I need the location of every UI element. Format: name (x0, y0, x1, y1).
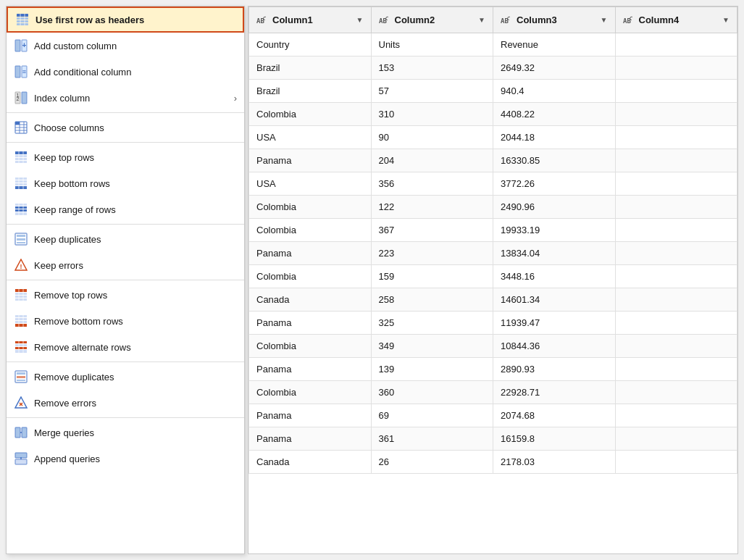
table-cell-r18-c1: 26 (371, 451, 493, 474)
table-cell-r5-c3 (615, 149, 737, 172)
table-cell-r4-c1: 90 (371, 126, 493, 149)
remove-err-icon (14, 396, 28, 410)
table-cell-r15-c1: 360 (371, 381, 493, 404)
table-cell-r17-c2: 16159.8 (493, 427, 616, 451)
table-cell-r5-c0: Panama (249, 149, 372, 172)
menu-item-label-keep-errors: Keep errors (34, 260, 237, 271)
table-cell-r7-c2: 2490.96 (493, 196, 616, 219)
table-cell-r7-c0: Colombia (249, 196, 372, 219)
custom-col-icon: + (14, 38, 28, 53)
table-cell-r10-c3 (615, 265, 737, 288)
menu-item-keep-bottom-rows[interactable]: Keep bottom rows (7, 170, 244, 196)
menu-item-remove-bottom-rows[interactable]: Remove bottom rows (7, 308, 244, 334)
table-cell-r3-c3 (615, 103, 737, 126)
column-type-icon: ABC (256, 15, 268, 25)
menu-item-add-custom-column[interactable]: +Add custom column (7, 33, 244, 59)
table-cell-r18-c2: 2178.03 (493, 451, 616, 474)
menu-item-index-column[interactable]: 12Index column› (7, 85, 244, 111)
menu-separator (7, 417, 244, 418)
table-cell-r3-c1: 310 (371, 103, 493, 126)
svg-rect-50 (15, 298, 27, 301)
column-dropdown-arrow-icon[interactable]: ▼ (356, 16, 364, 24)
svg-rect-32 (15, 186, 27, 189)
table-cell-r16-c3 (615, 404, 737, 427)
menu-item-remove-errors[interactable]: Remove errors (7, 390, 244, 416)
column-header-col2[interactable]: ABCColumn2▼ (371, 7, 493, 33)
table-cell-r17-c0: Panama (249, 427, 372, 451)
column-header-label-col3: Column3 (517, 14, 557, 25)
svg-rect-37 (15, 209, 27, 212)
menu-item-use-first-row-headers[interactable]: Use first row as headers (7, 7, 244, 33)
svg-marker-69 (15, 397, 27, 408)
menu-separator (7, 224, 244, 225)
column-dropdown-arrow-icon[interactable]: ▼ (722, 16, 730, 24)
merge-icon (14, 425, 28, 440)
table-row: Brazil57940.4 (249, 80, 737, 103)
table-cell-r2-c0: Brazil (249, 80, 372, 103)
menu-separator (7, 362, 244, 362)
menu-item-add-conditional-column[interactable]: ≡Add conditional column (7, 59, 244, 85)
column-header-col1[interactable]: ABCColumn1▼ (249, 7, 372, 33)
table-cell-r17-c3 (615, 427, 737, 451)
svg-text:!: ! (20, 263, 22, 270)
menu-item-choose-columns[interactable]: Choose columns (7, 114, 244, 141)
table-cell-r16-c2: 2074.68 (493, 404, 616, 427)
menu-item-keep-top-rows[interactable]: Keep top rows (7, 144, 244, 170)
svg-rect-62 (15, 350, 27, 353)
table-cell-r2-c3 (615, 80, 737, 103)
menu-item-label-remove-duplicates: Remove duplicates (34, 372, 237, 383)
keep-bottom-icon (14, 176, 28, 191)
column-dropdown-arrow-icon[interactable]: ▼ (601, 16, 608, 24)
column-type-icon: ABC (623, 15, 635, 25)
menu-item-keep-duplicates[interactable]: Keep duplicates (7, 226, 244, 252)
column-header-col4[interactable]: ABCColumn4▼ (615, 7, 737, 33)
table-cell-r7-c1: 122 (371, 196, 493, 219)
table-cell-r10-c0: Colombia (249, 265, 372, 288)
table-row: Panama36116159.8 (249, 427, 737, 451)
main-container: Use first row as headers+Add custom colu… (0, 0, 744, 560)
table-cell-r8-c1: 367 (371, 219, 493, 242)
column-dropdown-arrow-icon[interactable]: ▼ (478, 16, 485, 24)
svg-rect-29 (15, 177, 27, 180)
svg-text:C: C (629, 16, 632, 22)
remove-dup-icon (14, 369, 28, 384)
svg-text:C: C (385, 16, 388, 22)
table-cell-r13-c3 (615, 335, 737, 358)
table-cell-r1-c3 (615, 57, 737, 80)
table-cell-r2-c2: 940.4 (493, 80, 616, 103)
svg-rect-68 (17, 380, 25, 381)
svg-rect-49 (15, 296, 27, 298)
table-cell-r4-c0: USA (249, 126, 372, 149)
svg-rect-44 (17, 242, 25, 243)
table-row: Colombia34910844.36 (249, 335, 737, 358)
table-cell-r15-c2: 22928.71 (493, 381, 616, 404)
svg-rect-31 (15, 183, 27, 185)
table-row: Colombia36022928.71 (249, 381, 737, 404)
menu-item-remove-top-rows[interactable]: Remove top rows (7, 282, 244, 308)
table-cell-r12-c0: Panama (249, 312, 372, 335)
svg-rect-47 (15, 289, 27, 292)
menu-item-keep-errors[interactable]: !Keep errors (7, 252, 244, 278)
table-cell-r5-c2: 16330.85 (493, 149, 616, 172)
table-cell-r7-c3 (615, 196, 737, 219)
menu-item-remove-duplicates[interactable]: Remove duplicates (7, 364, 244, 390)
table-cell-r14-c3 (615, 358, 737, 381)
table-cell-r10-c1: 159 (371, 265, 493, 288)
menu-item-merge-queries[interactable]: Merge queries (7, 419, 244, 446)
svg-rect-59 (15, 341, 27, 343)
table-cell-r1-c0: Brazil (249, 57, 372, 80)
svg-rect-66 (17, 372, 25, 375)
menu-item-label-keep-duplicates: Keep duplicates (34, 234, 237, 245)
table-cell-r0-c1: Units (371, 33, 493, 57)
menu-item-label-remove-errors: Remove errors (34, 398, 237, 409)
menu-item-remove-alternate-rows[interactable]: Remove alternate rows (7, 334, 244, 360)
table-cell-r8-c0: Colombia (249, 219, 372, 242)
menu-item-append-queries[interactable]: Append queries (7, 446, 244, 472)
table-cell-r15-c3 (615, 381, 737, 404)
menu-item-label-remove-alternate-rows: Remove alternate rows (34, 342, 237, 353)
svg-rect-15 (22, 92, 27, 104)
column-header-col3[interactable]: ABCColumn3▼ (493, 7, 616, 33)
svg-rect-2 (17, 20, 28, 22)
table-cell-r9-c1: 223 (371, 242, 493, 265)
menu-item-keep-range-of-rows[interactable]: Keep range of rows (7, 196, 244, 222)
